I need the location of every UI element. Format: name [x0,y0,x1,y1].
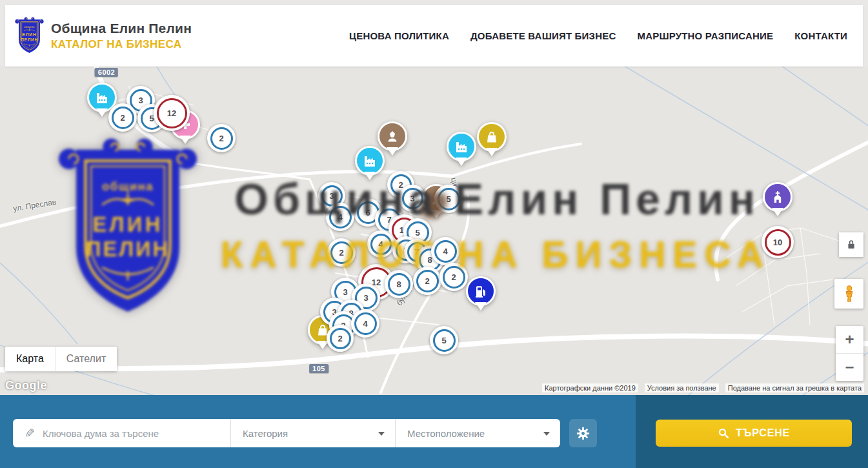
map-type-control: Карта Сателит [5,347,117,371]
nav-add-your-business[interactable]: ДОБАВЕТЕ ВАШИЯТ БИЗНЕС [470,30,616,41]
cluster-ring: 12 [157,98,187,128]
cluster-ring: 2 [443,266,465,289]
cluster-marker[interactable]: 12 [154,95,190,131]
cluster-marker[interactable]: 5 [430,326,458,354]
cluster-count: 2 [338,334,342,343]
map-type-map-button[interactable]: Карта [5,347,55,371]
bag-icon [484,129,500,145]
category-select[interactable]: Категория [230,419,395,447]
cluster-ring: 2 [330,241,353,264]
terms-of-use-link[interactable]: Условия за ползване [645,383,719,392]
attribution-copyright: Картографски данни ©2019 [542,383,638,392]
location-select-label: Местоположение [407,428,485,439]
fuel-icon [473,283,489,299]
search-submit-button[interactable]: ТЪРСЕНЕ [656,420,852,447]
lock-button[interactable] [839,232,863,257]
cluster-ring: 3 [402,188,423,209]
cluster-count: 5 [441,336,446,345]
cluster-marker[interactable]: 2 [327,238,356,267]
nav-pricing-policy[interactable]: ЦЕНОВА ПОЛИТИКА [349,30,449,41]
pegman-streetview-control[interactable] [834,279,863,309]
cluster-marker[interactable]: 4 [351,309,379,338]
cluster-ring: 4 [329,206,352,229]
map-attribution: Картографски данни ©2019 Условия за полз… [542,383,864,392]
cluster-marker[interactable]: 3 [399,185,426,212]
road-badge: 6002 [95,68,118,77]
cluster-ring: 2 [416,270,439,292]
cluster-marker[interactable]: 4 [367,230,394,258]
zoom-out-button[interactable]: − [836,354,863,381]
report-map-error-link[interactable]: Подаване на сигнал за грешка в картата [725,383,864,392]
cluster-marker[interactable]: 4 [431,237,459,265]
brand-text: Община Елин Пелин КАТАЛОГ НА БИЗНЕСА [51,21,192,51]
category-select-label: Категория [243,428,288,439]
zoom-in-button[interactable]: + [836,326,863,354]
site-logo[interactable]: Община Елин Пелин КАТАЛОГ НА БИЗНЕСА [14,17,192,55]
search-keyword-input[interactable] [43,428,230,439]
cluster-count: 4 [378,239,383,249]
cluster-count: 12 [167,108,176,118]
cluster-count: 3 [410,194,414,203]
worker-icon [385,128,400,144]
lock-icon [844,238,858,252]
cluster-marker[interactable]: 2 [207,124,236,152]
pencil-icon: ✎ [25,426,35,441]
bag-pin-marker[interactable] [477,122,507,152]
site-subtitle: КАТАЛОГ НА БИЗНЕСА [51,38,192,51]
cluster-marker[interactable]: 2 [439,263,468,291]
cluster-ring: 5 [433,329,456,352]
cluster-ring: 4 [354,312,377,335]
search-submit-label: ТЪРСЕНЕ [736,427,790,439]
factory-pin-marker[interactable] [355,146,385,176]
cluster-count: 4 [443,247,447,256]
nav-contacts[interactable]: КОНТАКТИ [794,30,847,41]
nav-route-schedule[interactable]: МАРШРУТНО РАЗПИСАНИЕ [637,30,773,41]
cluster-ring: 2 [330,328,351,349]
road-badge: 105 [309,364,328,373]
cluster-marker[interactable]: 8 [385,270,413,298]
cluster-count: 2 [219,134,223,143]
map-canvas[interactable]: 6002105 ул. Преславбул. „Новоселции 3251… [0,66,868,395]
advanced-search-button[interactable] [569,419,597,447]
cluster-marker[interactable]: 5 [434,185,463,213]
factory-icon [362,153,378,168]
google-logo[interactable]: Google [5,379,47,392]
municipality-crest-icon [14,17,45,55]
search-bar: ✎ Категория Местоположение ТЪРСЕНЕ [0,395,868,468]
map-type-satellite-button[interactable]: Сателит [55,347,117,371]
cluster-marker[interactable]: 2 [327,325,354,352]
cluster-ring: 8 [388,273,410,296]
cluster-count: 5 [446,194,450,204]
cluster-marker[interactable]: 10 [762,226,794,258]
cluster-count: 3 [363,293,368,303]
chevron-down-icon [378,432,385,439]
cluster-count: 4 [338,212,342,222]
church-icon [770,189,785,205]
location-select[interactable]: Местоположение [395,419,560,447]
worker-pin-marker[interactable] [378,121,407,151]
factory-pin-marker[interactable] [447,132,476,161]
cluster-ring: 2 [112,107,134,129]
cluster-marker[interactable]: 2 [413,267,441,295]
search-fields: ✎ Категория Местоположение [13,419,560,447]
cluster-count: 2 [451,272,456,282]
cluster-count: 4 [363,319,367,329]
main-nav: ЦЕНОВА ПОЛИТИКА ДОБАВЕТЕ ВАШИЯТ БИЗНЕС М… [349,5,847,66]
cluster-ring: 4 [370,234,392,255]
gear-icon [576,426,590,441]
search-icon [718,427,729,439]
cluster-count: 3 [329,191,334,201]
cluster-marker[interactable]: 2 [108,103,137,132]
cluster-marker[interactable]: 4 [326,203,354,231]
cluster-ring: 2 [210,127,233,150]
cluster-count: 3 [343,287,347,297]
cluster-count: 5 [415,228,419,238]
cluster-count: 2 [120,113,125,123]
cluster-count: 3 [138,96,143,105]
cluster-ring: 4 [434,240,457,263]
site-header: Община Елин Пелин КАТАЛОГ НА БИЗНЕСА ЦЕН… [5,5,863,66]
cluster-ring: 5 [438,188,460,210]
fuel-pin-marker[interactable] [466,276,496,306]
church-pin-marker[interactable] [763,182,792,212]
cluster-count: 10 [773,238,782,247]
